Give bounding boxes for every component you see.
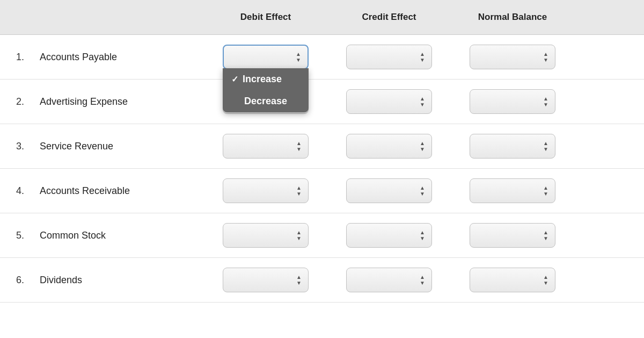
row-name-3: Service Revenue [40,141,113,152]
credit-cell-5: ▲ ▼ [327,223,451,248]
normal-select-5[interactable]: ▲ ▼ [470,223,555,248]
header-normal: Normal Balance [451,9,574,26]
spinner-icon: ▲ ▼ [543,96,548,107]
row-label-5: 5. Common Stock [0,230,204,241]
spinner-icon: ▲ ▼ [420,51,425,63]
credit-select-5[interactable]: ▲ ▼ [346,223,432,248]
row-number-4: 4. [16,185,29,197]
header-label [0,9,204,26]
checkmark-icon: ✓ [231,74,238,84]
normal-cell-2: ▲ ▼ [451,89,574,114]
row-name-4: Accounts Receivable [40,185,130,197]
credit-cell-3: ▲ ▼ [327,134,451,159]
normal-cell-1: ▲ ▼ [451,45,574,69]
row-number-6: 6. [16,275,29,286]
normal-select-2[interactable]: ▲ ▼ [470,89,555,114]
table-row: 4. Accounts Receivable ▲ ▼ ▲ ▼ ▲ [0,169,644,213]
debit-select-4[interactable]: ▲ ▼ [223,178,309,203]
credit-cell-4: ▲ ▼ [327,178,451,203]
credit-select-2[interactable]: ▲ ▼ [346,89,432,114]
debit-cell-3: ▲ ▼ [204,134,327,159]
row-number-1: 1. [16,52,29,63]
spinner-icon: ▲ ▼ [543,185,548,197]
row-name-6: Dividends [40,275,82,286]
row-number-2: 2. [16,96,29,107]
row-name-1: Accounts Payable [40,52,117,63]
spinner-icon: ▲ ▼ [420,140,425,152]
dropdown-menu: ✓ Increase Decrease [223,68,309,112]
debit-select-3[interactable]: ▲ ▼ [223,134,309,159]
spinner-icon: ▲ ▼ [296,229,302,241]
dropdown-option-label: Increase [243,74,282,85]
row-name-5: Common Stock [40,230,106,241]
spinner-icon: ▲ ▼ [420,185,425,197]
row-label-3: 3. Service Revenue [0,141,204,152]
normal-select-3[interactable]: ▲ ▼ [470,134,555,159]
credit-cell-6: ▲ ▼ [327,268,451,292]
spinner-icon: ▲ ▼ [543,51,548,63]
row-label-1: 1. Accounts Payable [0,52,204,63]
normal-select-1[interactable]: ▲ ▼ [470,45,555,69]
debit-cell-5: ▲ ▼ [204,223,327,248]
credit-cell-2: ▲ ▼ [327,89,451,114]
credit-select-4[interactable]: ▲ ▼ [346,178,432,203]
table-row: 3. Service Revenue ▲ ▼ ▲ ▼ ▲ [0,124,644,169]
debit-select-5[interactable]: ▲ ▼ [223,223,309,248]
spinner-icon: ▲ ▼ [420,96,425,107]
credit-select-6[interactable]: ▲ ▼ [346,268,432,292]
header-debit: Debit Effect [204,9,327,26]
table-row: 5. Common Stock ▲ ▼ ▲ ▼ ▲ [0,213,644,258]
spinner-icon: ▲ ▼ [296,274,302,286]
debit-select-6[interactable]: ▲ ▼ [223,268,309,292]
spinner-icon: ▲ ▼ [543,274,548,286]
spinner-icon: ▲ ▼ [543,229,548,241]
row-label-2: 2. Advertising Expense [0,96,204,107]
debit-cell-6: ▲ ▼ [204,268,327,292]
normal-cell-3: ▲ ▼ [451,134,574,159]
dropdown-item-decrease[interactable]: Decrease [223,90,309,112]
table-row: 6. Dividends ▲ ▼ ▲ ▼ ▲ ▼ [0,258,644,303]
table-row: 1. Accounts Payable ▲ ▼ ✓ Increase [0,35,644,80]
row-label-4: 4. Accounts Receivable [0,185,204,197]
normal-cell-5: ▲ ▼ [451,223,574,248]
credit-cell-1: ▲ ▼ [327,45,451,69]
dropdown-wrapper: ▲ ▼ ✓ Increase Decrease [223,45,309,69]
debit-select-open-1[interactable]: ▲ ▼ [223,45,309,69]
spinner-icon: ▲ ▼ [296,140,302,152]
row-number-5: 5. [16,230,29,241]
row-label-6: 6. Dividends [0,275,204,286]
spinner-icon: ▲ ▼ [420,274,425,286]
row-number-3: 3. [16,141,29,152]
spinner-icon: ▲ ▼ [543,140,548,152]
accounting-table: Debit Effect Credit Effect Normal Balanc… [0,0,644,303]
spinner-icon: ▲ ▼ [296,185,302,197]
debit-cell-1: ▲ ▼ ✓ Increase Decrease [204,45,327,69]
chevron-icon: ▲ ▼ [296,51,301,63]
spinner-icon: ▲ ▼ [420,229,425,241]
normal-select-6[interactable]: ▲ ▼ [470,268,555,292]
credit-select-3[interactable]: ▲ ▼ [346,134,432,159]
normal-cell-4: ▲ ▼ [451,178,574,203]
dropdown-item-increase[interactable]: ✓ Increase [223,68,309,90]
credit-select-1[interactable]: ▲ ▼ [346,45,432,69]
header-credit: Credit Effect [327,9,451,26]
dropdown-option-label: Decrease [231,96,287,107]
table-row: 2. Advertising Expense ▲ ▼ ▲ ▼ ▲ [0,80,644,124]
normal-cell-6: ▲ ▼ [451,268,574,292]
row-name-2: Advertising Expense [40,96,128,107]
normal-select-4[interactable]: ▲ ▼ [470,178,555,203]
debit-cell-4: ▲ ▼ [204,178,327,203]
table-header: Debit Effect Credit Effect Normal Balanc… [0,0,644,35]
